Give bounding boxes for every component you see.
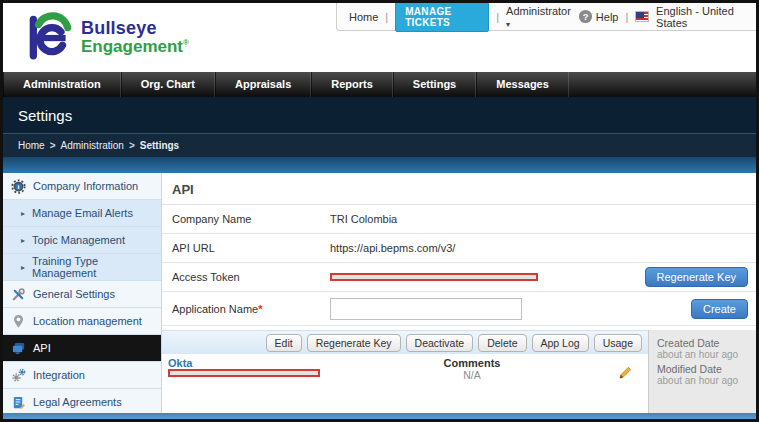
brand-logo[interactable]: Bullseye Engagement® <box>25 11 189 63</box>
sidebar-item-integration[interactable]: Integration <box>3 362 161 389</box>
edit-comment-button[interactable] <box>608 357 642 380</box>
breadcrumb-home[interactable]: Home <box>18 140 45 151</box>
dates-column: Created Date about an hour ago Modified … <box>648 330 756 419</box>
sidebar-item-label: General Settings <box>33 288 115 300</box>
nav-reports[interactable]: Reports <box>311 72 393 97</box>
page-title-band: Settings <box>3 97 756 133</box>
field-label: Access Token <box>172 271 330 283</box>
sidebar-item-label: Integration <box>33 369 85 381</box>
content-body: i Company Information ▸ Manage Email Ale… <box>3 173 756 419</box>
create-button[interactable]: Create <box>691 299 748 319</box>
deactivate-button[interactable]: Deactivate <box>406 334 474 352</box>
sidebar-item-label: Topic Management <box>32 234 125 246</box>
sidebar-item-topic-management[interactable]: ▸ Topic Management <box>3 227 161 254</box>
triangle-icon: ▸ <box>21 263 25 272</box>
regenerate-key-row-button[interactable]: Regenerate Key <box>307 334 401 352</box>
utility-bar: Home | MANAGE TICKETS | Administrator ▾ … <box>336 3 756 31</box>
nav-org-chart[interactable]: Org. Chart <box>121 72 215 97</box>
sidebar-item-label: Company Information <box>33 180 138 192</box>
comments-value: N/A <box>336 369 608 381</box>
sidebar-item-company-information[interactable]: i Company Information <box>3 173 161 200</box>
sidebar-item-label: API <box>33 342 51 354</box>
location-pin-icon <box>11 314 26 329</box>
delete-button[interactable]: Delete <box>478 334 526 352</box>
svg-text:?: ? <box>582 12 588 22</box>
bottom-accent-bar <box>3 413 756 419</box>
triangle-icon: ▸ <box>21 209 25 218</box>
gears-icon <box>11 368 26 383</box>
sidebar-item-legal-agreements[interactable]: Legal Agreements <box>3 389 161 416</box>
separator: | <box>496 11 499 23</box>
chevron-down-icon: ▾ <box>506 20 510 29</box>
sidebar-item-api[interactable]: API <box>3 335 161 362</box>
registered-mark: ® <box>183 38 189 47</box>
nav-appraisals[interactable]: Appraisals <box>215 72 311 97</box>
panel-heading: API <box>162 173 756 205</box>
us-flag-icon <box>635 11 649 22</box>
comments-header: Comments <box>336 357 608 369</box>
nav-messages[interactable]: Messages <box>476 72 569 97</box>
triangle-icon: ▸ <box>21 236 25 245</box>
app-window: Bullseye Engagement® Home | MANAGE TICKE… <box>0 0 759 422</box>
svg-text:i: i <box>18 183 20 190</box>
tools-icon <box>11 287 26 302</box>
gear-info-icon: i <box>11 179 26 194</box>
brand-name-primary: Bullseye <box>81 19 189 37</box>
usage-button[interactable]: Usage <box>594 334 642 352</box>
sidebar-item-label: Training Type Management <box>32 255 153 279</box>
language-selector[interactable]: English - United States <box>656 5 744 29</box>
okta-application-link[interactable]: Okta <box>168 357 336 369</box>
regenerate-key-button[interactable]: Regenerate Key <box>645 267 749 287</box>
user-menu[interactable]: Administrator ▾ <box>506 5 571 29</box>
main-nav: Administration Org. Chart Appraisals Rep… <box>3 72 756 97</box>
created-date-value: about an hour ago <box>657 349 748 360</box>
page-title: Settings <box>18 107 72 124</box>
sidebar-item-location-management[interactable]: Location management <box>3 308 161 335</box>
header: Bullseye Engagement® Home | MANAGE TICKE… <box>3 3 756 72</box>
sidebar-item-training-type-management[interactable]: ▸ Training Type Management <box>3 254 161 281</box>
pencil-icon <box>618 365 633 380</box>
home-link[interactable]: Home <box>349 11 378 23</box>
brand-name-secondary: Engagement® <box>81 38 189 55</box>
separator: | <box>385 11 388 23</box>
field-row-access-token: Access Token Regenerate Key <box>162 263 756 292</box>
modified-date-label: Modified Date <box>657 363 748 375</box>
settings-sidebar: i Company Information ▸ Manage Email Ale… <box>3 173 162 419</box>
nav-settings[interactable]: Settings <box>393 72 476 97</box>
bullseye-logo-icon <box>25 11 75 63</box>
sidebar-item-label: Manage Email Alerts <box>32 207 133 219</box>
api-icon <box>11 341 26 356</box>
breadcrumb-settings: Settings <box>140 140 179 151</box>
field-row-api-url: API URL https://api.bepms.com/v3/ <box>162 234 756 263</box>
api-url-value: https://api.bepms.com/v3/ <box>330 242 455 254</box>
required-asterisk: * <box>258 303 262 315</box>
sidebar-item-general-settings[interactable]: General Settings <box>3 281 161 308</box>
help-icon: ? <box>578 9 593 24</box>
field-label: API URL <box>172 242 330 254</box>
modified-date-value: about an hour ago <box>657 375 748 386</box>
sidebar-item-manage-email-alerts[interactable]: ▸ Manage Email Alerts <box>3 200 161 227</box>
manage-tickets-button[interactable]: MANAGE TICKETS <box>395 2 489 32</box>
application-name-input[interactable] <box>330 298 522 320</box>
field-row-company-name: Company Name TRI Colombia <box>162 205 756 234</box>
separator: | <box>625 11 628 23</box>
access-token-redacted-value <box>330 273 538 281</box>
app-log-button[interactable]: App Log <box>532 334 589 352</box>
company-name-value: TRI Colombia <box>330 213 397 225</box>
header-accent-strip <box>3 157 756 173</box>
breadcrumb-separator: > <box>50 140 56 151</box>
sidebar-item-label: Location management <box>33 315 142 327</box>
applications-table: Created Date about an hour ago Modified … <box>162 326 756 419</box>
help-link[interactable]: ? Help <box>578 9 619 24</box>
breadcrumb-administration[interactable]: Administration <box>61 140 124 151</box>
field-row-application-name: Application Name* Create <box>162 292 756 326</box>
breadcrumb-separator: > <box>129 140 135 151</box>
nav-administration[interactable]: Administration <box>3 72 121 97</box>
created-date-label: Created Date <box>657 337 748 349</box>
brand-name: Bullseye Engagement® <box>81 19 189 55</box>
breadcrumb: Home > Administration > Settings <box>3 133 756 157</box>
api-panel: API Company Name TRI Colombia API URL ht… <box>162 173 756 419</box>
application-cell: Okta <box>168 357 336 377</box>
edit-button[interactable]: Edit <box>266 334 302 352</box>
document-icon <box>11 395 26 410</box>
